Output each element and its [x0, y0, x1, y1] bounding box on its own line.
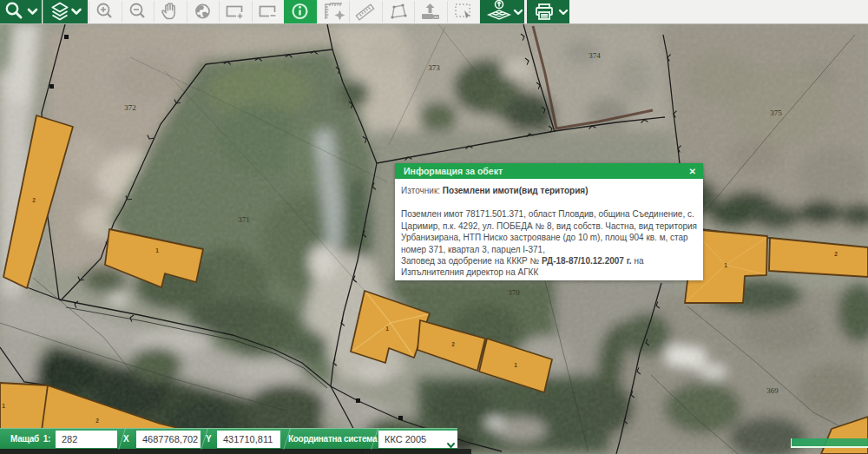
svg-text:1: 1	[514, 362, 517, 368]
svg-text:371: 371	[238, 215, 250, 224]
svg-text:375: 375	[770, 109, 782, 117]
svg-text:2: 2	[95, 418, 99, 424]
svg-text:2: 2	[834, 251, 838, 257]
svg-text:370: 370	[508, 288, 520, 297]
svg-text:2: 2	[451, 341, 455, 347]
svg-text:374: 374	[589, 51, 601, 60]
svg-text:2: 2	[32, 197, 36, 203]
svg-text:1: 1	[724, 262, 727, 268]
svg-text:1: 1	[385, 326, 389, 332]
svg-text:369: 369	[766, 386, 779, 395]
svg-text:1: 1	[2, 403, 5, 409]
svg-text:1: 1	[155, 247, 159, 253]
svg-text:372: 372	[124, 103, 136, 112]
svg-text:373: 373	[428, 63, 440, 72]
